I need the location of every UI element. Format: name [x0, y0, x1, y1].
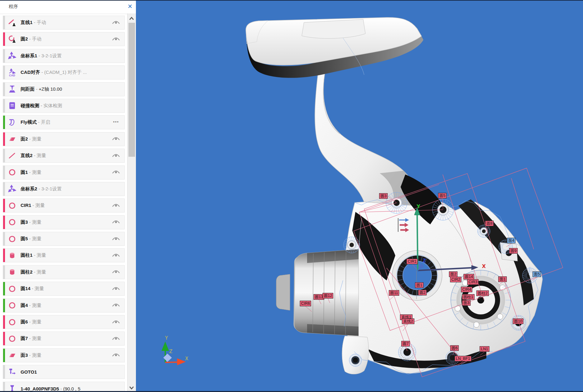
- visibility-eye-icon[interactable]: [112, 303, 120, 308]
- more-options-icon[interactable]: •••: [112, 120, 120, 125]
- feature-label-CIR2[interactable]: CIR2: [450, 277, 461, 282]
- step-label: 坐标系2: [21, 186, 37, 191]
- program-step-圆1[interactable]: 圆1 - 测量: [3, 165, 125, 179]
- visibility-eye-icon[interactable]: [112, 319, 120, 325]
- panel-title: 程序: [9, 4, 18, 10]
- visibility-eye-icon[interactable]: [112, 336, 120, 342]
- step-label: 圆6: [21, 319, 28, 324]
- feature-label-圆10[interactable]: 圆10: [513, 318, 523, 324]
- program-step-圆2[interactable]: 圆2 - 手动: [3, 32, 125, 46]
- feature-label-CIR1[interactable]: CIR1: [407, 259, 418, 264]
- feature-label-直线2[interactable]: 直线2: [402, 318, 414, 324]
- step-detail: 测量: [32, 336, 41, 341]
- step-status-bar: [3, 349, 5, 362]
- program-step-圆3[interactable]: 圆3 - 测量: [3, 215, 125, 229]
- visibility-eye-icon[interactable]: [112, 286, 120, 292]
- line-icon: [8, 152, 16, 160]
- program-step-坐标系1[interactable]: 坐标系1 - 3-2-1设置: [3, 49, 125, 63]
- csys-icon: [8, 185, 16, 193]
- visibility-eye-icon[interactable]: [112, 269, 120, 275]
- program-step-间距面[interactable]: 间距面 - +Z轴 10.00: [3, 82, 125, 96]
- step-label: 间距面: [21, 86, 35, 92]
- feature-label-面2[interactable]: 面2: [449, 271, 457, 277]
- program-step-CAD对齐[interactable]: CADCAD对齐 - (CADM_1) 对齐于 ...: [3, 65, 125, 79]
- program-step-CIR1[interactable]: CIR1 - 测量: [3, 198, 125, 213]
- step-label: 碰撞检测: [21, 103, 39, 108]
- program-step-面3[interactable]: 面3 - 测量: [3, 348, 125, 362]
- program-step-碰撞检测[interactable]: 碰撞检测 - 实体检测: [3, 99, 125, 113]
- feature-label-圆1[interactable]: 圆1: [415, 282, 423, 288]
- feature-label-面4[interactable]: 面4: [507, 238, 515, 243]
- program-step-圆7[interactable]: 圆7 - 测量: [3, 332, 125, 346]
- feature-label-圆9[interactable]: 圆9: [509, 248, 518, 254]
- step-label: 圆5: [21, 236, 28, 241]
- circle-icon: [8, 168, 16, 176]
- feature-label-圆2[interactable]: 圆2: [418, 290, 426, 295]
- circle-icon: [8, 235, 16, 243]
- svg-text:CAD: CAD: [9, 74, 15, 77]
- program-step-圆柱2[interactable]: 圆柱2 - 测量: [3, 265, 125, 279]
- feature-label-圆14[interactable]: 圆14: [464, 274, 474, 280]
- program-step-GOTO1[interactable]: GOTO1: [3, 365, 125, 379]
- visibility-eye-icon[interactable]: [112, 136, 120, 142]
- circle-manual-icon: [8, 35, 16, 43]
- feature-label-圆柱1[interactable]: 圆柱1: [462, 294, 475, 300]
- step-label: 圆柱2: [21, 269, 32, 275]
- circle-icon: [8, 335, 16, 343]
- step-label: 坐标系1: [21, 53, 37, 58]
- feature-label-圆6[interactable]: 圆6: [450, 345, 459, 351]
- visibility-eye-icon[interactable]: [112, 236, 120, 242]
- visibility-eye-icon[interactable]: [112, 170, 120, 175]
- program-step-1-40_A00PNF3D5[interactable]: 1-40_A00PNF3D5 - (90.0 , 5: [3, 382, 125, 391]
- feature-label-LN_BF1[interactable]: LN_BF1: [455, 356, 471, 361]
- program-step-Fly模式[interactable]: Fly模式 - 开启•••: [3, 115, 125, 129]
- step-label: GOTO1: [21, 369, 37, 375]
- step-label: 圆1: [21, 170, 28, 175]
- program-step-圆6[interactable]: 圆6 - 测量: [3, 315, 125, 329]
- csys-icon: [8, 52, 16, 60]
- cylinder-icon: [8, 268, 16, 276]
- feature-label-面3[interactable]: 面3: [462, 300, 470, 306]
- feature-label-圆12[interactable]: 圆12: [323, 293, 333, 299]
- feature-label-圆11[interactable]: 圆11: [389, 290, 399, 296]
- feature-label-CIR4[interactable]: CIR4: [461, 287, 472, 292]
- visibility-eye-icon[interactable]: [112, 253, 120, 258]
- feature-label-圆8[interactable]: 圆8: [485, 221, 494, 226]
- feature-label-CIR6[interactable]: CIR6: [300, 301, 311, 306]
- program-step-圆4[interactable]: 圆4 - 测量: [3, 299, 125, 313]
- scroll-up-icon[interactable]: [129, 17, 134, 20]
- feature-label-面5[interactable]: 面5: [532, 271, 541, 277]
- feature-label-LN1[interactable]: LN1: [480, 346, 489, 352]
- scroll-down-icon[interactable]: [129, 386, 134, 390]
- svg-text:Y: Y: [416, 203, 420, 209]
- program-step-面2[interactable]: 面2 - 测量: [3, 132, 125, 146]
- feature-label-CIR3[interactable]: CIR3: [467, 279, 479, 285]
- close-icon[interactable]: ✕: [126, 2, 134, 11]
- program-step-圆14[interactable]: 圆14 - 测量: [3, 282, 125, 296]
- step-label: CIR1: [21, 203, 31, 208]
- program-step-list: 直线1 - 手动圆2 - 手动坐标系1 - 3-2-1设置CADCAD对齐 - …: [0, 14, 127, 391]
- visibility-eye-icon[interactable]: [112, 352, 120, 358]
- feature-label-圆3[interactable]: 圆3: [379, 193, 388, 199]
- scrollbar-thumb[interactable]: [128, 23, 135, 157]
- program-step-直线1[interactable]: 直线1 - 手动: [3, 16, 125, 30]
- sidebar-scrollbar[interactable]: [127, 13, 136, 391]
- 3d-viewport[interactable]: Y X Z Y Z X 圆3圆5圆8面4圆9CIR1面2圆14CIR2CIR3面…: [136, 1, 583, 391]
- probe-icon: [8, 385, 16, 391]
- visibility-eye-icon[interactable]: [112, 20, 120, 26]
- visibility-eye-icon[interactable]: [112, 219, 120, 225]
- feature-label-圆5[interactable]: 圆5: [438, 193, 446, 198]
- feature-label-面1[interactable]: 面1: [498, 276, 507, 282]
- program-step-圆柱1[interactable]: 圆柱1 - 测量: [3, 248, 125, 262]
- visibility-eye-icon[interactable]: [112, 153, 120, 159]
- program-step-坐标系2[interactable]: 坐标系2 - 3-2-1设置: [3, 182, 125, 196]
- step-detail: 测量: [32, 303, 41, 308]
- visibility-eye-icon[interactable]: [112, 36, 120, 42]
- program-step-直线2[interactable]: 直线2 - 测量: [3, 149, 125, 163]
- plane-icon: [8, 135, 16, 143]
- program-step-圆5[interactable]: 圆5 - 测量: [3, 232, 125, 246]
- feature-label-圆柱2[interactable]: 圆柱2: [476, 290, 489, 296]
- feature-label-圆7[interactable]: 圆7: [401, 341, 410, 347]
- step-status-bar: [3, 166, 5, 179]
- visibility-eye-icon[interactable]: [112, 203, 120, 208]
